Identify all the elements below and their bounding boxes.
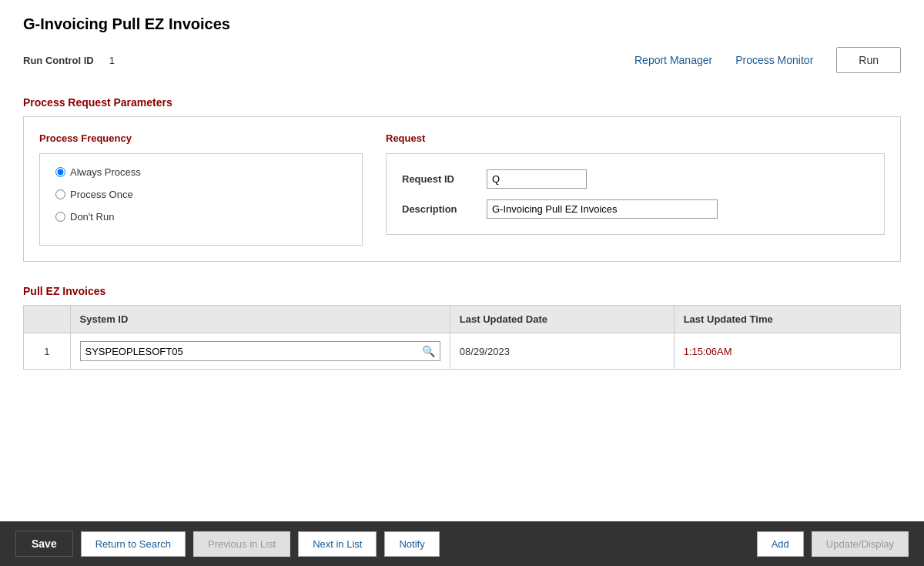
page-title: G-Invoicing Pull EZ Invoices <box>23 15 901 33</box>
search-icon: 🔍 <box>422 345 435 357</box>
pull-ez-section: Pull EZ Invoices System ID Last Updated … <box>23 285 901 370</box>
col-header-last-updated-date: Last Updated Date <box>450 306 674 333</box>
radio-process-once-label[interactable]: Process Once <box>70 189 133 200</box>
process-frequency-title: Process Frequency <box>39 132 363 144</box>
request-id-input[interactable] <box>487 169 587 189</box>
pull-ez-title: Pull EZ Invoices <box>23 285 901 297</box>
process-request-box: Process Frequency Always Process Process… <box>23 116 901 262</box>
next-in-list-button[interactable]: Next in List <box>298 531 377 557</box>
two-col-layout: Process Frequency Always Process Process… <box>39 132 885 246</box>
run-control-label: Run Control ID <box>23 55 94 66</box>
radio-dont-run-row: Don't Run <box>55 211 346 223</box>
process-frequency-box: Always Process Process Once Don't Run <box>39 153 363 246</box>
row-num: 1 <box>24 333 70 370</box>
radio-dont-run[interactable] <box>55 212 65 222</box>
process-frequency-col: Process Frequency Always Process Process… <box>39 132 363 246</box>
header-links: Report Manager Process Monitor <box>634 54 813 66</box>
table-header-row: System ID Last Updated Date Last Updated… <box>24 306 900 333</box>
radio-always-process[interactable] <box>55 167 65 177</box>
request-col: Request Request ID Description <box>386 132 885 246</box>
request-id-label: Request ID <box>402 173 487 185</box>
table-row: 1 🔍 08/29/2023 1:15:06AM <box>24 333 900 370</box>
last-updated-date-cell: 08/29/2023 <box>450 333 674 370</box>
radio-process-once[interactable] <box>55 189 65 199</box>
system-id-cell: 🔍 <box>70 333 450 370</box>
update-display-button: Update/Display <box>812 531 909 557</box>
radio-always-process-label[interactable]: Always Process <box>70 166 141 178</box>
last-updated-time-link[interactable]: 1:15:06AM <box>684 346 732 357</box>
system-id-input[interactable] <box>81 343 417 360</box>
request-id-row: Request ID <box>402 169 869 189</box>
pull-ez-table-wrapper: System ID Last Updated Date Last Updated… <box>23 305 901 370</box>
radio-always-process-row: Always Process <box>55 166 346 178</box>
system-id-search-button[interactable]: 🔍 <box>417 342 440 360</box>
add-button[interactable]: Add <box>757 531 804 557</box>
notify-button[interactable]: Notify <box>384 531 439 557</box>
radio-process-once-row: Process Once <box>55 189 346 200</box>
run-button[interactable]: Run <box>836 47 901 73</box>
col-header-num <box>24 306 70 333</box>
footer-bar: Save Return to Search Previous in List N… <box>0 521 924 566</box>
system-id-input-wrap: 🔍 <box>80 341 440 361</box>
return-to-search-button[interactable]: Return to Search <box>81 531 186 557</box>
save-button[interactable]: Save <box>15 531 73 557</box>
process-monitor-link[interactable]: Process Monitor <box>735 54 813 66</box>
report-manager-link[interactable]: Report Manager <box>634 54 712 66</box>
col-header-last-updated-time: Last Updated Time <box>674 306 900 333</box>
pull-ez-table: System ID Last Updated Date Last Updated… <box>24 306 900 369</box>
run-control-value: 1 <box>109 55 115 66</box>
process-request-section: Process Request Parameters Process Frequ… <box>23 96 901 262</box>
request-title: Request <box>386 132 885 144</box>
header-row: Run Control ID 1 Report Manager Process … <box>23 47 901 73</box>
request-box: Request ID Description <box>386 153 885 235</box>
last-updated-time-cell: 1:15:06AM <box>674 333 900 370</box>
previous-in-list-button: Previous in List <box>193 531 290 557</box>
process-request-title: Process Request Parameters <box>23 96 901 109</box>
col-header-system-id: System ID <box>70 306 450 333</box>
description-row: Description <box>402 199 869 219</box>
description-label: Description <box>402 203 487 215</box>
description-input[interactable] <box>487 199 718 219</box>
radio-dont-run-label[interactable]: Don't Run <box>70 211 114 223</box>
